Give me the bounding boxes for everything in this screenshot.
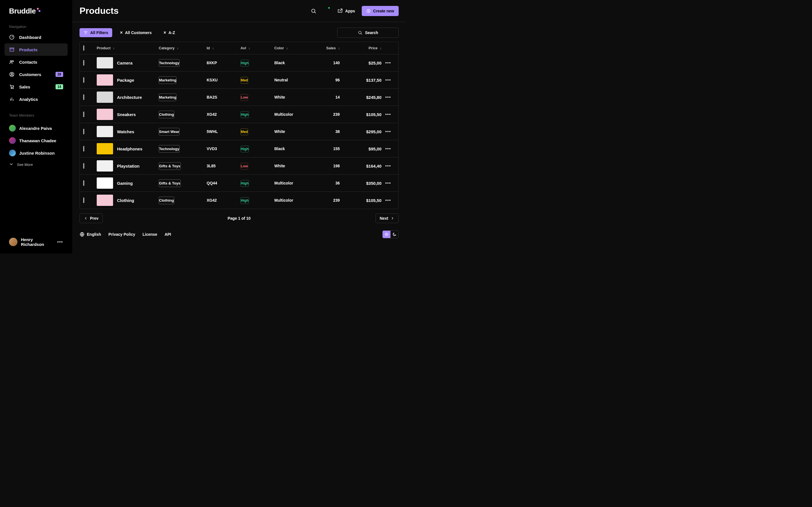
- product-name: Clothing: [117, 198, 134, 203]
- row-checkbox[interactable]: [83, 94, 84, 100]
- row-actions-button[interactable]: •••: [382, 61, 395, 65]
- product-id: VVD3: [207, 147, 241, 151]
- product-color: Multicolor: [274, 198, 317, 203]
- product-name: Package: [117, 78, 134, 82]
- privacy-link[interactable]: Privacy Policy: [109, 232, 135, 237]
- sidebar-item-contacts[interactable]: Contacts: [4, 56, 68, 68]
- product-price: $350,00: [345, 181, 382, 186]
- extension-icon: [337, 8, 343, 14]
- sidebar-item-sales[interactable]: Sales 14: [4, 80, 68, 93]
- globe-icon: [80, 232, 85, 237]
- row-checkbox[interactable]: [83, 146, 84, 152]
- license-link[interactable]: License: [143, 232, 157, 237]
- filter-chip[interactable]: × All Customers: [116, 28, 156, 37]
- col-sales[interactable]: Sales↓: [317, 46, 345, 50]
- search-button[interactable]: Search: [337, 27, 399, 38]
- row-actions-button[interactable]: •••: [382, 164, 395, 168]
- select-all-checkbox[interactable]: [83, 45, 84, 51]
- avatar: [9, 125, 16, 131]
- team-list: Alexandre Paiva Thanawan Chadee Justine …: [4, 122, 68, 170]
- row-checkbox[interactable]: [83, 129, 84, 134]
- sidebar-footer: Henry Richardson •••: [4, 232, 68, 253]
- user-menu-button[interactable]: •••: [57, 240, 63, 244]
- sidebar-item-label: Dashboard: [19, 35, 41, 40]
- table-row[interactable]: WatchesSmart Wear5WHLMedWhite38$295,00••…: [80, 123, 398, 140]
- table-row[interactable]: SneakersClothingXG42HighMulticolor239$10…: [80, 106, 398, 123]
- avatar[interactable]: [9, 238, 17, 246]
- row-actions-button[interactable]: •••: [382, 198, 395, 203]
- row-checkbox[interactable]: [83, 77, 84, 83]
- product-name: Sneakers: [117, 112, 136, 117]
- table-row[interactable]: ClothingClothingXG42HighMulticolor239$10…: [80, 192, 398, 209]
- filters-bar: All Filters × All Customers × A-Z Search: [72, 22, 406, 42]
- row-checkbox[interactable]: [83, 198, 84, 203]
- row-actions-button[interactable]: •••: [382, 95, 395, 100]
- row-actions-button[interactable]: •••: [382, 129, 395, 134]
- product-color: Black: [274, 147, 317, 151]
- theme-dark-button[interactable]: [391, 231, 398, 238]
- user-circle-icon: [9, 71, 15, 77]
- sidebar-item-customers[interactable]: Customers 28: [4, 68, 68, 80]
- svg-point-5: [11, 88, 12, 89]
- col-id[interactable]: Id↓: [207, 46, 241, 50]
- theme-toggle: [382, 230, 399, 238]
- team-member[interactable]: Justine Robinson: [4, 147, 68, 159]
- sidebar-item-products[interactable]: Products: [4, 43, 68, 56]
- search-icon: [358, 31, 362, 35]
- col-price[interactable]: Price↓: [345, 46, 382, 50]
- table-row[interactable]: PackageMarketingKSXUMedNeutral96$137,50•…: [80, 71, 398, 89]
- theme-light-button[interactable]: [383, 231, 391, 238]
- row-checkbox[interactable]: [83, 180, 84, 186]
- language-selector[interactable]: English: [80, 232, 101, 237]
- col-avl[interactable]: Avl↓: [241, 46, 274, 50]
- product-thumbnail: [97, 143, 113, 154]
- row-checkbox[interactable]: [83, 112, 84, 117]
- close-icon: ×: [163, 31, 166, 35]
- table-row[interactable]: ArchitectureMarketingBA2SLowWhite14$245,…: [80, 89, 398, 106]
- all-filters-button[interactable]: All Filters: [80, 28, 112, 37]
- row-checkbox[interactable]: [83, 60, 84, 66]
- sidebar-item-dashboard[interactable]: Dashboard: [4, 31, 68, 43]
- row-checkbox[interactable]: [83, 163, 84, 169]
- col-color[interactable]: Color↓: [274, 46, 317, 50]
- table-row[interactable]: GamingGifts & ToysQQ44HighMulticolor36$3…: [80, 175, 398, 192]
- product-id: KSXU: [207, 78, 241, 82]
- notifications-button[interactable]: [324, 8, 331, 14]
- sort-arrow-icon: ↓: [248, 46, 250, 50]
- product-color: White: [274, 164, 317, 168]
- availability-pill: High: [241, 60, 249, 66]
- filter-icon: [84, 31, 88, 35]
- col-category[interactable]: Category↓: [159, 46, 207, 50]
- availability-pill: Med: [241, 77, 248, 83]
- team-member[interactable]: Alexandre Paiva: [4, 122, 68, 134]
- table-row[interactable]: PlaystationGifts & Toys3L85LowWhite198$1…: [80, 158, 398, 175]
- brand-name: Bruddle: [9, 7, 36, 15]
- team-member[interactable]: Thanawan Chadee: [4, 134, 68, 147]
- apps-button[interactable]: Apps: [337, 8, 355, 14]
- sort-arrow-icon: ↓: [113, 46, 114, 50]
- nav-heading: Navigation: [4, 22, 68, 31]
- product-price: $295,00: [345, 129, 382, 134]
- row-actions-button[interactable]: •••: [382, 181, 395, 185]
- sidebar-item-label: Sales: [19, 84, 30, 89]
- filter-chip[interactable]: × A-Z: [160, 28, 179, 37]
- create-new-button[interactable]: Create new: [362, 6, 399, 16]
- product-color: Black: [274, 61, 317, 65]
- page-info: Page 1 of 10: [227, 216, 251, 221]
- row-actions-button[interactable]: •••: [382, 112, 395, 117]
- brand-logo[interactable]: Bruddle: [4, 7, 68, 22]
- nav-badge: 14: [56, 84, 63, 89]
- row-actions-button[interactable]: •••: [382, 147, 395, 151]
- see-more-button[interactable]: See More: [4, 159, 68, 170]
- next-page-button[interactable]: Next: [375, 214, 399, 223]
- table-row[interactable]: CameraTechnology8XKPHighBlack140$25,00••…: [80, 54, 398, 71]
- row-actions-button[interactable]: •••: [382, 78, 395, 82]
- sidebar-item-analytics[interactable]: Analytics: [4, 93, 68, 105]
- global-search-button[interactable]: [310, 8, 317, 14]
- api-link[interactable]: API: [165, 232, 171, 237]
- svg-point-4: [11, 73, 13, 75]
- prev-page-button[interactable]: Prev: [80, 214, 103, 223]
- table-row[interactable]: HeadphonesTechnologyVVD3HighBlack155$95,…: [80, 140, 398, 158]
- product-color: Neutral: [274, 78, 317, 82]
- col-product[interactable]: Product↓: [97, 46, 159, 50]
